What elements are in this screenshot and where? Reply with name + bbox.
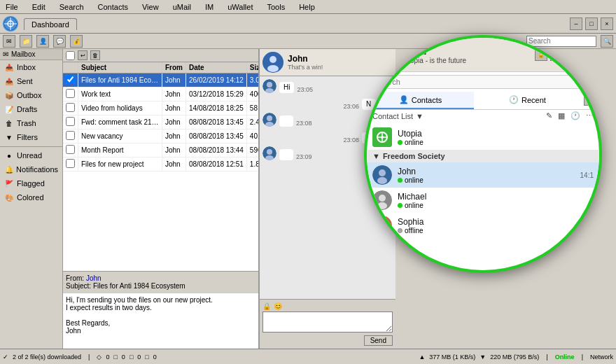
utopia-status-dot	[398, 140, 402, 145]
toolbar: Dashboard – □ ×	[0, 14, 616, 34]
edit-icon[interactable]: ✎	[546, 111, 552, 120]
toolbar-icon-4[interactable]: 💬	[53, 35, 66, 48]
michael-info: Michael online	[398, 192, 594, 209]
table-row[interactable]: Files for Anti 1984 Ecosystem John 26/02…	[63, 74, 258, 88]
reply-btn[interactable]: ↩	[78, 50, 88, 60]
msg-time: 23:09	[296, 153, 312, 160]
menu-contacts[interactable]: Contacts	[95, 2, 131, 12]
menu-view[interactable]: View	[139, 2, 162, 12]
table-row[interactable]: New vacancy John 08/08/2018 13:45 401 B	[63, 130, 258, 144]
recent-tab-icon: 🕐	[509, 95, 519, 104]
john-name: John	[398, 167, 575, 176]
table-row[interactable]: Month Report John 08/08/2018 13:44 596 B	[63, 144, 258, 158]
menu-tools[interactable]: Tools	[264, 2, 288, 12]
minimize-btn[interactable]: –	[570, 18, 582, 30]
sidebar-item-filters[interactable]: ▼ Filters	[0, 130, 62, 144]
menu-im[interactable]: IM	[202, 2, 216, 12]
utopia-status: online	[398, 139, 594, 146]
sidebar-item-flagged[interactable]: 🚩 Flagged	[0, 176, 62, 190]
chat-input[interactable]	[262, 312, 393, 332]
outbox-icon: 📦	[4, 90, 14, 100]
toolbar-icon-3[interactable]: 👤	[36, 35, 49, 48]
online-status: Online	[555, 354, 575, 360]
contacts-tab-icon: 👤	[399, 95, 409, 104]
contact-michael[interactable]: Michael online	[367, 188, 599, 213]
michael-status: online	[398, 202, 594, 209]
select-all-checkbox[interactable]	[66, 51, 75, 60]
msg-bubble: Hi	[279, 82, 294, 93]
michael-name: Michael	[398, 192, 594, 202]
chat-contact-status: That's a win!	[288, 64, 323, 71]
size-status-3: 0	[137, 354, 141, 360]
flagged-icon: 🚩	[4, 178, 14, 188]
contact-utopia[interactable]: Utopia online	[367, 125, 599, 150]
utopia-avatar	[372, 127, 392, 147]
clock-icon[interactable]: 🕐	[570, 111, 580, 120]
svg-point-41	[377, 202, 387, 209]
sidebar-item-colored[interactable]: 🎨 Colored	[0, 190, 62, 204]
grid-icon[interactable]: ▦	[558, 111, 565, 120]
menu-uwallet[interactable]: uWallet	[225, 2, 255, 12]
col-subject[interactable]: Subject	[78, 62, 162, 74]
col-date[interactable]: Date	[186, 62, 247, 74]
michael-status-dot	[398, 203, 402, 208]
utopia-info: Utopia online	[398, 129, 594, 146]
tab-bar: Dashboard	[21, 17, 80, 30]
menu-edit[interactable]: Edit	[29, 2, 48, 12]
contact-sophia[interactable]: Sophia offline	[367, 213, 599, 238]
subject-label: Subject:	[66, 282, 91, 290]
email-list-header: ↩ 🗑	[63, 49, 258, 62]
menu-umail[interactable]: uMail	[170, 2, 194, 12]
group-freedom-society[interactable]: ▼ Freedom Society	[367, 150, 599, 162]
table-row[interactable]: Files for new project John 08/08/2018 12…	[63, 158, 258, 172]
overlay-tab-contacts[interactable]: 👤 Contacts	[367, 92, 474, 109]
contact-john[interactable]: John online 14:1	[367, 162, 599, 188]
sidebar-item-notifications[interactable]: 🔔 Notifications	[0, 162, 62, 176]
group-collapse-icon: ▼	[372, 152, 380, 160]
overlay-tab-recent[interactable]: 🕐 Recent	[474, 92, 581, 109]
flagged-label: Flagged	[17, 179, 45, 188]
colored-icon: 🎨	[4, 192, 14, 202]
delete-btn[interactable]: 🗑	[90, 50, 100, 60]
sidebar-item-drafts[interactable]: 📝 Drafts	[0, 102, 62, 116]
notifications-icon: 🔔	[4, 164, 13, 174]
more-icon[interactable]: ⋯	[586, 111, 594, 120]
col-size[interactable]: Size	[246, 62, 258, 74]
search-btn[interactable]: 🔍	[601, 35, 613, 48]
status-bar: ✓ 2 of 2 file(s) downloaded | ◇ 0 □ 0 □ …	[0, 349, 616, 364]
close-btn[interactable]: ×	[601, 18, 613, 30]
msg-bubble	[279, 115, 293, 127]
menu-file[interactable]: File	[3, 2, 21, 12]
from-value: John	[86, 274, 102, 282]
dropdown-icon: ▼	[416, 112, 424, 120]
toolbar-icon-5[interactable]: 💰	[70, 35, 83, 48]
svg-point-20	[267, 149, 272, 155]
col-checkbox	[63, 62, 78, 74]
sidebar-item-sent[interactable]: 📤 Sent	[0, 74, 62, 88]
svg-point-38	[377, 177, 387, 184]
separator-3: |	[582, 354, 583, 360]
send-button[interactable]: Send	[364, 335, 393, 346]
preview-text: Hi, I'm sending you the files on our new…	[66, 296, 213, 335]
menu-search[interactable]: Search	[57, 2, 87, 12]
lock-icon: 🔒	[262, 302, 271, 310]
sidebar-item-trash[interactable]: 🗑 Trash	[0, 116, 62, 130]
menu-help[interactable]: Help	[296, 2, 318, 12]
table-row[interactable]: Fwd: comment task 2105 John 08/08/2018 1…	[63, 115, 258, 130]
sophia-info: Sophia offline	[398, 217, 594, 234]
main-search-input[interactable]	[526, 36, 596, 47]
maximize-btn[interactable]: □	[585, 18, 598, 30]
john-avatar	[372, 165, 392, 185]
toolbar-icon-1[interactable]: ✉	[3, 35, 15, 48]
sidebar-item-outbox[interactable]: 📦 Outbox	[0, 88, 62, 102]
sidebar-item-inbox[interactable]: 📥 Inbox	[0, 60, 62, 74]
sidebar-mailbox-section: ✉ Mailbox	[0, 49, 62, 60]
sophia-status-text: offline	[405, 227, 424, 234]
overlay-search-input[interactable]	[372, 75, 594, 89]
col-from[interactable]: From	[162, 62, 186, 74]
table-row[interactable]: Video from holidays John 14/08/2018 18:2…	[63, 102, 258, 115]
toolbar-icon-2[interactable]: 📁	[20, 35, 32, 48]
tab-dashboard[interactable]: Dashboard	[24, 18, 77, 30]
table-row[interactable]: Work text John 03/12/2018 15:29 400 B	[63, 88, 258, 102]
sidebar-item-unread[interactable]: ● Unread	[0, 148, 62, 162]
